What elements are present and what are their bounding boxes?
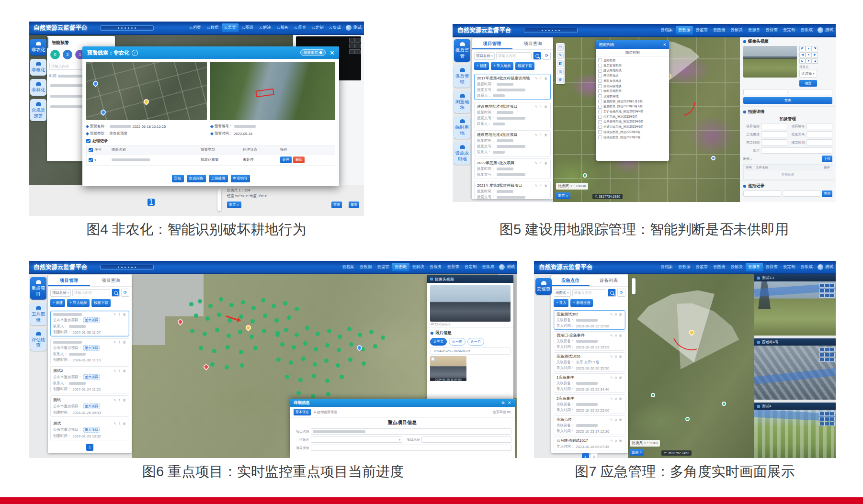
form-input[interactable]: [761, 123, 787, 129]
tree-tab[interactable]: 图层控制: [596, 49, 669, 57]
nav-item[interactable]: 云数据: [204, 23, 221, 32]
import-parcel-button[interactable]: + 导入地块: [491, 62, 513, 70]
site-marker[interactable]: [711, 156, 715, 160]
video-control-grid[interactable]: [349, 38, 360, 54]
tab-feilianghua[interactable]: 非粮化: [30, 59, 46, 76]
nav-item[interactable]: 云监管: [693, 263, 711, 271]
refresh-button[interactable]: ⟳: [543, 52, 551, 60]
layer-toggle-button[interactable]: 图层 ∧: [556, 192, 570, 199]
template-download-button[interactable]: 模板下载: [515, 62, 534, 70]
new-emergency-button[interactable]: + 新增应急: [570, 299, 592, 307]
confirm-button[interactable]: 确定: [799, 80, 817, 87]
tree-node[interactable]: 工矿仓储用地_推送2023年4月: [598, 109, 667, 114]
nav-item[interactable]: 云集成: [798, 263, 816, 271]
form-input[interactable]: [311, 445, 511, 451]
generate-report-button[interactable]: 生成报告: [187, 175, 206, 182]
tab-basic-info[interactable]: 基本信息: [294, 409, 311, 415]
photo-thumbnail[interactable]: 2024-01-25 11:07:03: [430, 356, 466, 381]
card-actions[interactable]: ✎ ⭱ 🗑: [114, 340, 126, 344]
range-pill-week[interactable]: 近一周: [449, 338, 466, 346]
selected-marker[interactable]: [245, 324, 252, 332]
checkbox[interactable]: [598, 74, 602, 78]
nav-item[interactable]: 云解决: [728, 26, 746, 34]
expand-icon[interactable]: ⧉: [502, 401, 505, 405]
layer-toggle-button[interactable]: 图层 ∧: [227, 202, 241, 208]
checkbox[interactable]: [598, 115, 602, 119]
tab-key-projects[interactable]: 重点项目: [30, 277, 46, 300]
tree-node[interactable]: 疑似闲置地块: [598, 84, 667, 89]
map-marker[interactable]: [143, 98, 150, 106]
search-input[interactable]: [572, 289, 606, 296]
card-actions[interactable]: ✎ ⭱ 🗑: [535, 105, 548, 109]
checkbox[interactable]: [598, 79, 602, 83]
date-to-input[interactable]: [783, 190, 820, 197]
map-marker[interactable]: [100, 109, 107, 116]
project-card[interactable]: 建设用地批准4批次项目✎ ⭱ 🗑 批复时间： 批复文号： 联系人：: [474, 102, 551, 128]
user-menu[interactable]: 测试: [353, 25, 362, 31]
project-card[interactable]: 2017年度第4批次村镇建设用地✎ ⭱ 🗑 批复时间： 批复文号： 联系人：: [474, 74, 551, 100]
tab-project-manage[interactable]: 项目管理: [472, 38, 512, 49]
card-actions[interactable]: ✎ ⭱ 🗑: [535, 77, 548, 80]
video-frame[interactable]: [754, 281, 836, 336]
card-actions[interactable]: ✎ ⭱ 🗑: [535, 184, 548, 188]
query-button[interactable]: 查询: [822, 190, 832, 197]
device-marker[interactable]: [356, 344, 363, 352]
card-actions[interactable]: ✎ ⭱ 🗑: [535, 161, 548, 165]
checkbox[interactable]: [431, 357, 435, 361]
pan-input[interactable]: [743, 89, 787, 95]
nav-item[interactable]: 云监管: [693, 26, 711, 34]
drone-photo[interactable]: [210, 62, 335, 120]
clear-tool-icon[interactable]: 🗑: [557, 77, 564, 83]
nav-item-active[interactable]: 云服务: [746, 263, 763, 271]
template-download-button[interactable]: 模板下载: [91, 299, 111, 307]
user-menu[interactable]: 测试: [825, 27, 833, 33]
close-icon[interactable]: ✕: [329, 50, 335, 56]
emergency-card[interactable]: 应急测试1026✎ ⊘ 🗑 关联设备：东厍 东厍P1塔 导入时间：2023-10…: [554, 352, 625, 372]
tilt-input[interactable]: [789, 89, 833, 95]
checkbox[interactable]: [89, 148, 93, 152]
user-avatar-icon[interactable]: [818, 27, 823, 33]
nav-item[interactable]: 云档案: [187, 23, 204, 32]
video-frame[interactable]: [754, 410, 836, 458]
ptz-overlay[interactable]: [819, 412, 834, 426]
district-select[interactable]: ▾: [311, 437, 402, 443]
date-range-picker[interactable]: 2024-01-20 - 2024-01-23: [430, 347, 511, 355]
tree-node[interactable]: 批而未供地块: [598, 78, 667, 84]
reset-button[interactable]: 重置: [349, 202, 359, 208]
satellite-map[interactable]: [628, 273, 754, 458]
locate-tool-icon[interactable]: ◎: [557, 68, 564, 75]
camera-live-photo[interactable]: [430, 285, 511, 322]
card-actions[interactable]: ✎ ⊘ 🗑: [610, 313, 623, 316]
tree-node[interactable]: 临时用地图层: [598, 89, 667, 94]
form-input[interactable]: [761, 131, 787, 137]
nav-item[interactable]: 云数据: [357, 263, 375, 271]
site-marker[interactable]: [722, 402, 726, 406]
tab-project-query[interactable]: 项目查询: [90, 275, 132, 286]
site-marker[interactable]: [583, 173, 587, 178]
tree-node[interactable]: 建设用地红线: [598, 68, 667, 73]
checkbox[interactable]: [598, 125, 602, 129]
search-field-select[interactable]: 项目名称 ▾: [50, 289, 71, 297]
tab-project-manage[interactable]: 项目管理: [48, 275, 90, 286]
tab-project-query[interactable]: 项目查询: [512, 38, 553, 49]
nav-item[interactable]: 云档案: [659, 263, 676, 271]
info-icon[interactable]: i: [132, 50, 138, 56]
alert-marker[interactable]: [203, 363, 210, 371]
nav-item-active[interactable]: 云监管: [222, 23, 239, 32]
search-input[interactable]: [496, 52, 532, 59]
form-input[interactable]: [761, 139, 787, 146]
project-card[interactable]: 测试✎ ⭱ 🗑 公布市重点项目：重大项目 创建时间：2024-01-29 10:…: [50, 419, 129, 440]
project-card[interactable]: 测试2✎ ⭱ 🗑 公布市重点项目：重大项目 联系人： 创建时间：2024-01-…: [50, 366, 129, 393]
tab-parcel-info[interactable]: ∧ 处理图斑信息: [314, 410, 337, 414]
nav-item[interactable]: 云督查: [292, 23, 309, 32]
form-input[interactable]: [806, 131, 833, 137]
emergency-card[interactable]: 应急测试302✎ ⊘ 🗑 关联设备： 导入时间：2023-10-26 22:22…: [554, 310, 625, 330]
import-button[interactable]: + 导入: [554, 299, 568, 307]
user-menu[interactable]: 测试: [825, 264, 833, 270]
search-button[interactable]: [112, 289, 120, 297]
layer-toggle-button[interactable]: 图层 ∧: [630, 449, 644, 456]
date-from-input[interactable]: [743, 190, 781, 197]
tree-node[interactable]: 监测图斑_推送2023年3月1期: [598, 104, 667, 109]
tab-cloud-patrol[interactable]: 云巡查: [535, 278, 552, 295]
nav-item[interactable]: 云图斑: [711, 26, 728, 34]
